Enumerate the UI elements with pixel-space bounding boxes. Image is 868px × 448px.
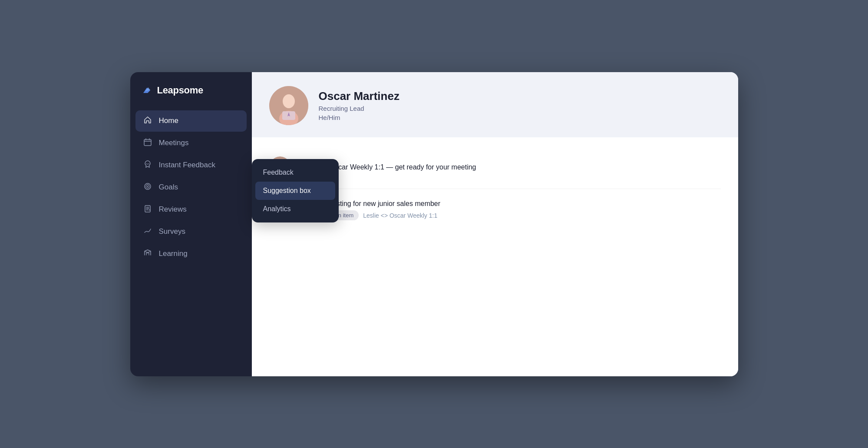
sidebar-item-surveys-label: Surveys (159, 227, 185, 236)
sidebar-item-reviews[interactable]: Reviews (135, 199, 247, 220)
home-icon (142, 116, 153, 126)
sidebar-item-instant-feedback[interactable]: Instant Feedback (135, 155, 247, 176)
avatar-image (269, 86, 308, 125)
sidebar-item-goals-label: Goals (159, 183, 178, 192)
app-window: Leapsome Home Meetings (130, 72, 738, 376)
sidebar-item-instant-feedback-label: Instant Feedback (159, 161, 215, 169)
feedback-dropdown: Feedback Suggestion box Analytics (252, 159, 339, 222)
logo-container: Leapsome (130, 72, 252, 107)
dropdown-item-suggestion-box[interactable]: Suggestion box (255, 182, 335, 200)
sidebar-item-home-label: Home (159, 116, 178, 125)
svg-point-3 (147, 186, 148, 187)
profile-avatar (269, 86, 308, 125)
surveys-icon (142, 226, 153, 237)
dropdown-item-feedback[interactable]: Feedback (255, 163, 335, 182)
svg-point-6 (283, 94, 295, 108)
sidebar-navigation: Home Meetings Instant (130, 107, 252, 268)
sidebar-item-meetings-label: Meetings (159, 139, 189, 147)
sidebar-item-home[interactable]: Home (135, 110, 247, 132)
svg-rect-0 (144, 139, 151, 146)
sidebar-item-surveys[interactable]: Surveys (135, 221, 247, 242)
activity-subtitle: Leslie <> Oscar Weekly 1:1 (363, 212, 437, 219)
learning-icon (142, 249, 153, 259)
profile-pronouns: He/Him (319, 114, 399, 121)
sidebar: Leapsome Home Meetings (130, 72, 252, 376)
main-content: Oscar Martinez Recruiting Lead He/Him Fe… (252, 72, 738, 376)
profile-name: Oscar Martinez (319, 90, 399, 103)
leapsome-logo-icon (141, 84, 153, 96)
reviews-icon (142, 204, 153, 215)
logo-text: Leapsome (157, 85, 203, 96)
profile-header: Oscar Martinez Recruiting Lead He/Him (252, 72, 738, 137)
profile-role: Recruiting Lead (319, 105, 399, 112)
sidebar-item-learning-label: Learning (159, 249, 188, 258)
dropdown-item-analytics[interactable]: Analytics (255, 200, 335, 218)
sidebar-item-reviews-label: Reviews (159, 205, 187, 214)
sidebar-item-learning[interactable]: Learning (135, 243, 247, 265)
sidebar-item-goals[interactable]: Goals (135, 177, 247, 198)
goals-icon (142, 182, 153, 193)
sidebar-item-meetings[interactable]: Meetings (135, 133, 247, 154)
profile-info: Oscar Martinez Recruiting Lead He/Him (319, 90, 399, 121)
meetings-icon (142, 138, 153, 149)
instant-feedback-icon (142, 160, 153, 171)
